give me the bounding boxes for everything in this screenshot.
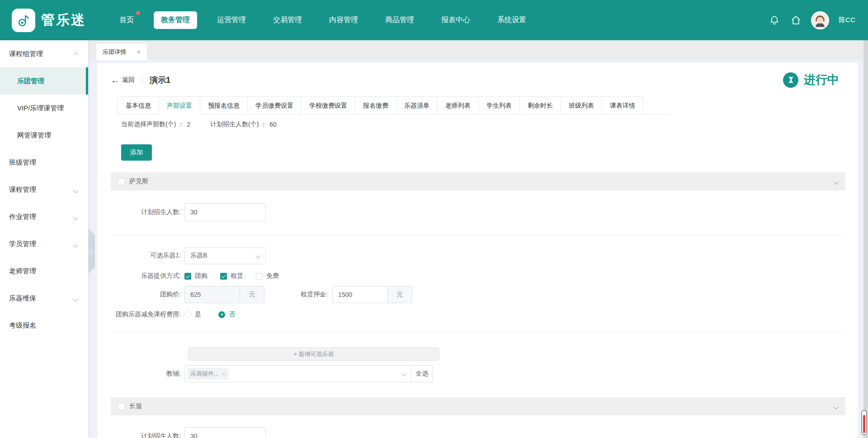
tab-band-detail[interactable]: 乐团详情 × (96, 43, 147, 60)
nav-item-trade[interactable]: 交易管理 (266, 11, 309, 29)
planned-students-value: 60 (269, 121, 277, 128)
chevron-down-icon (401, 371, 406, 376)
back-button[interactable]: 返回 (122, 76, 135, 84)
select-all-button[interactable]: 全选 (411, 365, 433, 382)
chevron-up-icon (74, 50, 77, 58)
sidebar-item-exam-registration[interactable]: 考级报名 (0, 312, 88, 339)
chevron-down-icon[interactable] (835, 402, 838, 410)
main-area: 乐团详情 × ← 返回 演示1 (88, 40, 868, 438)
checkbox-free[interactable] (256, 273, 263, 280)
home-icon[interactable] (790, 14, 802, 26)
panel-header-saxophone[interactable]: 萨克斯 (111, 172, 845, 190)
aux-material-multiselect[interactable]: 乐器辅件... × (184, 365, 411, 382)
scrollbar-thumb-fill (863, 415, 865, 433)
divider (111, 332, 845, 333)
provide-mode-row: 乐器提供方式: 团购 租赁 免费 (111, 272, 845, 280)
nav-item-report[interactable]: 报表中心 (434, 11, 477, 29)
tab-voice-part-settings[interactable]: 声部设置 (159, 96, 200, 114)
selected-parts-value: 2 (187, 121, 190, 128)
tab-teacher-list[interactable]: 老师列表 (437, 96, 479, 114)
checkbox-group-buy[interactable] (184, 273, 191, 280)
unit-suffix: 元 (240, 286, 264, 303)
user-name[interactable]: 陈CC (839, 16, 855, 24)
sidebar-item-course-group[interactable]: 课程组管理 (0, 40, 88, 67)
top-navbar: 管乐迷 首页 教务管理 运营管理 交易管理 内容管理 商品管理 报表中心 系统设… (0, 0, 868, 40)
chevron-down-icon[interactable] (835, 177, 838, 186)
sidebar-item-homework[interactable]: 作业管理 (0, 203, 88, 230)
tab-basic-info[interactable]: 基本信息 (118, 96, 159, 114)
instrument-select[interactable]: 乐器B (184, 247, 266, 264)
selected-parts-label: 当前选择声部数(个) ： (121, 120, 184, 129)
tab-class-list[interactable]: 班级列表 (561, 96, 602, 114)
close-icon[interactable]: × (137, 49, 141, 55)
sidebar-item-teachers[interactable]: 老师管理 (0, 257, 88, 285)
checkbox-flute[interactable] (118, 403, 125, 410)
sidebar-item-instrument-maintenance[interactable]: 乐器维保 (0, 285, 88, 312)
sidebar-item-vip-theory[interactable]: VIP/乐理课管理 (0, 95, 88, 122)
radio-no[interactable] (218, 311, 225, 318)
tab-registration-payment[interactable]: 报名缴费 (355, 96, 396, 114)
nav-item-content[interactable]: 内容管理 (322, 11, 365, 29)
music-note-logo-icon (12, 9, 35, 32)
bell-icon[interactable] (769, 14, 780, 26)
header-row: ← 返回 演示1 (111, 75, 845, 86)
nav-item-operation[interactable]: 运营管理 (210, 11, 253, 29)
planned-students-input-flute[interactable] (184, 427, 266, 438)
chevron-down-icon (74, 186, 77, 194)
planned-students-label: 计划招生人数(个) ： (210, 120, 267, 129)
sidebar-item-online-course[interactable]: 网管课管理 (0, 122, 88, 149)
sidebar-item-class-management[interactable]: 班级管理 (0, 149, 88, 176)
detail-card: ← 返回 演示1 进行中 (97, 63, 858, 438)
provide-option-rental[interactable]: 租赁 (220, 272, 243, 280)
avatar[interactable] (811, 11, 829, 29)
nav-item-goods[interactable]: 商品管理 (378, 11, 421, 29)
provide-option-group-buy[interactable]: 团购 (184, 272, 208, 280)
tab-student-list[interactable]: 学生列表 (478, 96, 520, 114)
scrollbar-thumb[interactable] (861, 410, 867, 435)
sidebar-item-band-management[interactable]: 乐团管理 (0, 67, 88, 95)
radio-yes[interactable] (184, 311, 191, 318)
divider (142, 76, 142, 84)
layout: 课程组管理 乐团管理 VIP/乐理课管理 网管课管理 班级管理 课程管理 作业管… (0, 40, 868, 438)
add-button[interactable]: 添加 (121, 144, 152, 161)
waive-option-no[interactable]: 否 (218, 310, 235, 319)
sidebar-item-students[interactable]: 学员管理 (0, 230, 88, 257)
optional-instrument-row: 可选乐器1: 乐器B (111, 247, 845, 264)
scrollbar-track[interactable] (863, 40, 868, 438)
brand[interactable]: 管乐迷 (12, 9, 86, 32)
tab-student-payment-settings[interactable]: 学员缴费设置 (247, 96, 302, 114)
close-icon[interactable]: × (222, 371, 226, 377)
chevron-down-icon (74, 240, 77, 248)
checkbox-rental[interactable] (220, 273, 227, 280)
page-title: 演示1 (150, 75, 170, 86)
sidebar-item-course-management[interactable]: 课程管理 (0, 176, 88, 203)
nav-item-settings[interactable]: 系统设置 (490, 11, 533, 29)
nav-right: 陈CC (769, 11, 855, 29)
back-arrow-icon[interactable]: ← (111, 76, 119, 84)
add-optional-instrument-button[interactable]: + 新增可选乐器 (188, 348, 439, 361)
unit-suffix: 元 (388, 286, 412, 303)
sidebar: 课程组管理 乐团管理 VIP/乐理课管理 网管课管理 班级管理 课程管理 作业管… (0, 40, 88, 438)
tab-school-payment-settings[interactable]: 学校缴费设置 (301, 96, 355, 114)
tab-remaining-time[interactable]: 剩余时长 (519, 96, 561, 114)
group-price-input-group: 元 (184, 286, 264, 303)
nav-item-academic[interactable]: 教务管理 (154, 11, 197, 29)
tab-instrument-list[interactable]: 乐器清单 (396, 96, 438, 114)
provide-option-free[interactable]: 免费 (256, 272, 279, 280)
chevron-down-icon (74, 295, 77, 302)
chevron-down-icon (255, 253, 260, 258)
summary-row: 当前选择声部数(个) ： 2 计划招生人数(个) ： 60 (121, 120, 845, 129)
group-price-input[interactable] (184, 286, 240, 303)
chevron-left-icon (90, 249, 94, 253)
tab-pre-registration[interactable]: 预报名信息 (200, 96, 248, 114)
sidebar-collapse-handle[interactable] (88, 229, 95, 274)
waive-option-yes[interactable]: 是 (184, 310, 201, 319)
aux-material-row: 教辅: 乐器辅件... × 全选 (111, 365, 845, 382)
nav-item-home[interactable]: 首页 (112, 11, 141, 29)
tab-timetable-detail[interactable]: 课表详情 (602, 96, 643, 114)
deposit-input[interactable] (332, 286, 388, 303)
planned-students-input[interactable] (184, 203, 266, 221)
checkbox-saxophone[interactable] (118, 178, 125, 185)
open-tabs-bar: 乐团详情 × (88, 40, 868, 60)
panel-header-flute[interactable]: 长笛 (111, 397, 845, 415)
